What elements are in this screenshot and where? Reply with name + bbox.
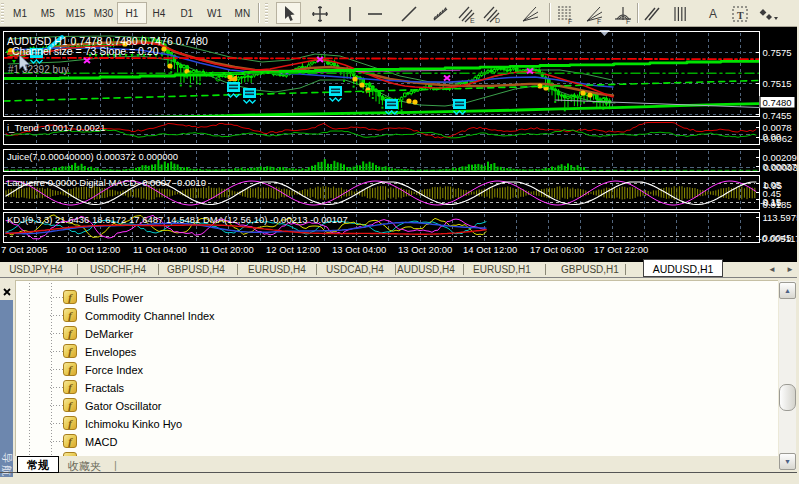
svg-text:11 Oct 20:00: 11 Oct 20:00 bbox=[200, 244, 254, 255]
svg-text:i_Trend -0.0017 0.0021: i_Trend -0.0017 0.0021 bbox=[7, 122, 105, 133]
svg-text:0.7515: 0.7515 bbox=[763, 78, 792, 89]
svg-text:-0.0062: -0.0062 bbox=[760, 133, 792, 144]
svg-text:E: E bbox=[470, 17, 475, 24]
svg-text:13 Oct 04:00: 13 Oct 04:00 bbox=[332, 244, 386, 255]
svg-text:Juice(7,0.00040000) 0.000372 0: Juice(7,0.00040000) 0.000372 0.000000 bbox=[7, 151, 178, 162]
svg-text:T: T bbox=[737, 10, 744, 21]
svg-text:113.5975: 113.5975 bbox=[763, 212, 799, 223]
svg-text:D: D bbox=[495, 17, 500, 24]
svg-text:Channel size = 73 Slope = 0.20: Channel size = 73 Slope = 0.20 bbox=[12, 45, 159, 57]
svg-text:12 Oct 12:00: 12 Oct 12:00 bbox=[266, 244, 320, 255]
svg-text:10 Oct 12:00: 10 Oct 12:00 bbox=[66, 244, 120, 255]
svg-text:0.0185: 0.0185 bbox=[763, 199, 792, 210]
svg-text:11 Oct 04:00: 11 Oct 04:00 bbox=[133, 244, 187, 255]
svg-text:#1 32392 buy: #1 32392 buy bbox=[8, 64, 69, 75]
svg-text:Laguerre 0.0000 Digital MACD: Laguerre 0.0000 Digital MACD -0.0007 -0.… bbox=[7, 177, 206, 188]
svg-text:7 Oct 2005: 7 Oct 2005 bbox=[1, 244, 47, 255]
svg-text:14 Oct 12:00: 14 Oct 12:00 bbox=[463, 244, 517, 255]
svg-text:F: F bbox=[568, 18, 572, 25]
svg-text:17 Oct 22:00: 17 Oct 22:00 bbox=[594, 244, 648, 255]
svg-text:0.7480: 0.7480 bbox=[762, 97, 791, 108]
svg-text:F: F bbox=[597, 18, 601, 25]
svg-text:KDJ(9,3,3) 21.6436 18.6172 17.: KDJ(9,3,3) 21.6436 18.6172 17.6487 14.54… bbox=[7, 214, 348, 225]
svg-text:17 Oct 06:00: 17 Oct 06:00 bbox=[530, 244, 584, 255]
svg-text:0.7575: 0.7575 bbox=[763, 47, 792, 58]
svg-text:0.000033: 0.000033 bbox=[764, 162, 799, 173]
svg-text:-0.005117: -0.005117 bbox=[759, 233, 799, 244]
svg-text:F: F bbox=[626, 18, 630, 25]
svg-text:0.7455: 0.7455 bbox=[763, 110, 792, 121]
svg-text:13 Oct 20:00: 13 Oct 20:00 bbox=[398, 244, 452, 255]
